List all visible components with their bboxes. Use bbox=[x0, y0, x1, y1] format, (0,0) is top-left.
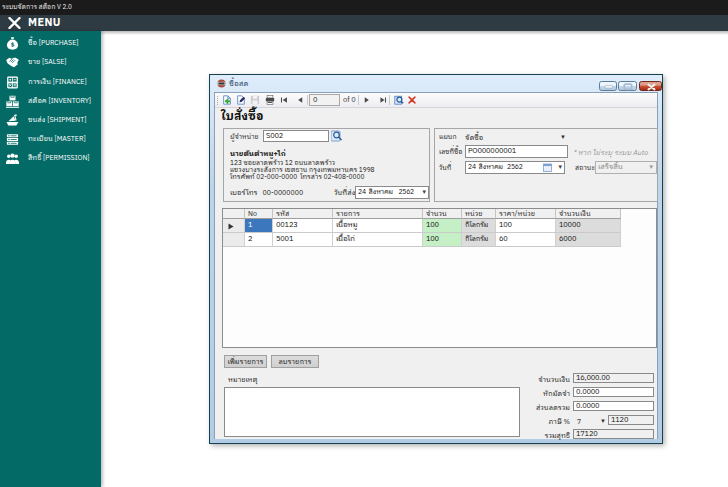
svg-text:$: $ bbox=[11, 40, 15, 50]
